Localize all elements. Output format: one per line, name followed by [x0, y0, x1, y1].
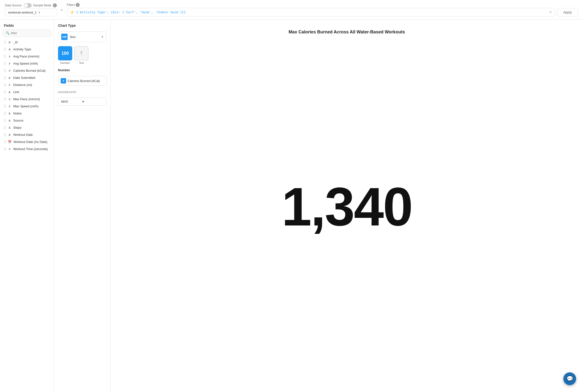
field-name: Calories Burned (kCal) [13, 69, 46, 72]
chat-bubble-icon: 💬 [566, 376, 573, 382]
field-item[interactable]: #Avg Speed (mi/h) [0, 60, 54, 67]
chart-option-number-box: 100 [58, 46, 72, 60]
field-type-icon: 📅 [8, 140, 12, 144]
sample-mode-info-icon[interactable]: i [53, 4, 57, 7]
filters-section: Filters i ⚡ {'Activity Type': {$in: ['Su… [67, 3, 578, 16]
field-item[interactable]: ANotes [0, 110, 54, 117]
fields-header: Fields [0, 20, 54, 30]
number-field-name: Calories Burned (kCal) [68, 79, 100, 83]
field-drag-handle [4, 62, 6, 65]
field-drag-handle [4, 119, 6, 122]
aggregate-label: AGGREGATE [58, 91, 107, 94]
field-type-icon: # [8, 148, 11, 150]
filters-info-icon[interactable]: i [76, 3, 80, 7]
search-icon: 🔍 [6, 31, 10, 35]
field-item[interactable]: #Avg Pace (min/mi) [0, 53, 54, 60]
chart-type-options: 100 Number T Text [58, 46, 107, 64]
fields-search-input[interactable] [11, 31, 48, 35]
chart-type-name: Text [70, 35, 100, 39]
field-type-icon: # [8, 62, 11, 65]
field-drag-handle [4, 105, 6, 108]
field-type-icon: A [8, 76, 11, 79]
fields-list: A_idAActivity Type#Avg Pace (min/mi)#Avg… [0, 38, 54, 392]
field-name: Notes [13, 112, 22, 115]
field-name: Distance (mi) [13, 83, 32, 87]
sample-mode-label: Sample Mode [33, 4, 51, 7]
field-type-icon: # [8, 98, 11, 101]
chart-option-number[interactable]: 100 Number [58, 46, 72, 64]
chat-bubble[interactable]: 💬 [563, 372, 576, 385]
data-source-label: Data Source [5, 4, 21, 7]
field-item[interactable]: #Calories Burned (kCal) [0, 67, 54, 74]
apply-button[interactable]: Apply [557, 8, 578, 16]
field-type-icon: # [8, 105, 11, 108]
top-bar: Data Source Sample Mode i workouts.worko… [0, 0, 583, 20]
field-drag-handle [4, 133, 6, 136]
field-item[interactable]: AActivity Type [0, 46, 54, 53]
chart-type-icon-box: 100 [61, 34, 68, 40]
fields-panel: Fields 🔍 A_idAActivity Type#Avg Pace (mi… [0, 20, 54, 392]
field-name: Avg Speed (mi/h) [13, 62, 38, 65]
field-item[interactable]: A_id [0, 38, 54, 46]
field-drag-handle [4, 41, 6, 44]
chart-panel: Chart Type 100 Text ▾ 100 Number T Text [54, 20, 111, 392]
aggregate-select[interactable]: MAX ▾ [58, 98, 107, 106]
field-name: Workout Date (As Date) [14, 140, 48, 144]
field-drag-handle [4, 84, 6, 86]
field-drag-handle [4, 69, 6, 72]
field-drag-handle [4, 112, 6, 115]
field-item[interactable]: ASteps [0, 124, 54, 131]
text-option-icon: T [80, 51, 83, 56]
data-source-value: workouts.workout_1 [8, 10, 37, 14]
field-type-icon: A [8, 119, 11, 122]
number-option-icon: 100 [62, 51, 69, 56]
sample-mode-section: Sample Mode i [24, 3, 57, 8]
viz-title: Max Calories Burned Across All Water-Bas… [289, 30, 405, 35]
chart-option-text-label: Text [79, 62, 84, 64]
main-layout: Fields 🔍 A_idAActivity Type#Avg Pace (mi… [0, 20, 583, 392]
field-item[interactable]: 📅Workout Date (As Date) [0, 138, 54, 146]
field-type-icon: # [8, 69, 11, 72]
field-item[interactable]: ASource [0, 117, 54, 124]
field-item[interactable]: #Workout Time (seconds) [0, 146, 54, 152]
viz-number: 1,340 [282, 180, 412, 234]
chart-type-select[interactable]: 100 Text ▾ [58, 32, 107, 42]
field-item[interactable]: #Max Pace (min/mi) [0, 96, 54, 103]
number-field-chip: # Calories Burned (kCal) [58, 76, 107, 86]
field-name: Link [13, 90, 19, 94]
filters-label: Filters i [67, 3, 578, 7]
field-type-icon: A [8, 126, 11, 129]
data-source-chevron-icon: ▾ [39, 10, 54, 14]
fields-search[interactable]: 🔍 [3, 30, 51, 36]
field-drag-handle [4, 55, 6, 58]
number-section-label: Number [58, 68, 107, 72]
field-type-icon: A [8, 48, 11, 51]
field-item[interactable]: ADate Submitted [0, 74, 54, 81]
data-source-section: Data Source Sample Mode i workouts.worko… [5, 3, 57, 16]
clear-filter-icon[interactable]: ✕ [549, 10, 552, 14]
field-type-icon: A [8, 91, 11, 94]
field-item[interactable]: #Max Speed (mi/h) [0, 103, 54, 110]
field-item[interactable]: ALink [0, 88, 54, 96]
filter-row[interactable]: ⚡ {'Activity Type': {$in: ['Surf', 'Swim… [67, 8, 555, 16]
field-type-icon: A [8, 41, 11, 44]
viz-area: Max Calories Burned Across All Water-Bas… [111, 20, 583, 392]
chart-option-text[interactable]: T Text [74, 46, 89, 64]
field-name: Workout Date [13, 133, 33, 136]
field-type-icon: A [8, 133, 11, 136]
field-name: _id [13, 40, 18, 44]
field-drag-handle [4, 76, 6, 79]
sample-mode-toggle[interactable] [24, 3, 32, 8]
field-type-icon: # [8, 84, 11, 86]
field-item[interactable]: #Distance (mi) [0, 81, 54, 88]
field-item[interactable]: AWorkout Date [0, 131, 54, 138]
filter-text: {'Activity Type': {$in: ['Surf', 'Swim',… [76, 10, 547, 14]
chart-type-chevron-icon: ▾ [102, 35, 103, 39]
data-source-select[interactable]: workouts.workout_1 ▾ [5, 8, 57, 16]
field-name: Max Speed (mi/h) [13, 104, 39, 108]
chart-type-label: Chart Type [58, 24, 107, 28]
field-drag-handle [4, 48, 6, 50]
field-name: Date Submitted [13, 76, 36, 80]
chart-option-text-box: T [74, 46, 89, 60]
field-name: Steps [13, 126, 21, 130]
